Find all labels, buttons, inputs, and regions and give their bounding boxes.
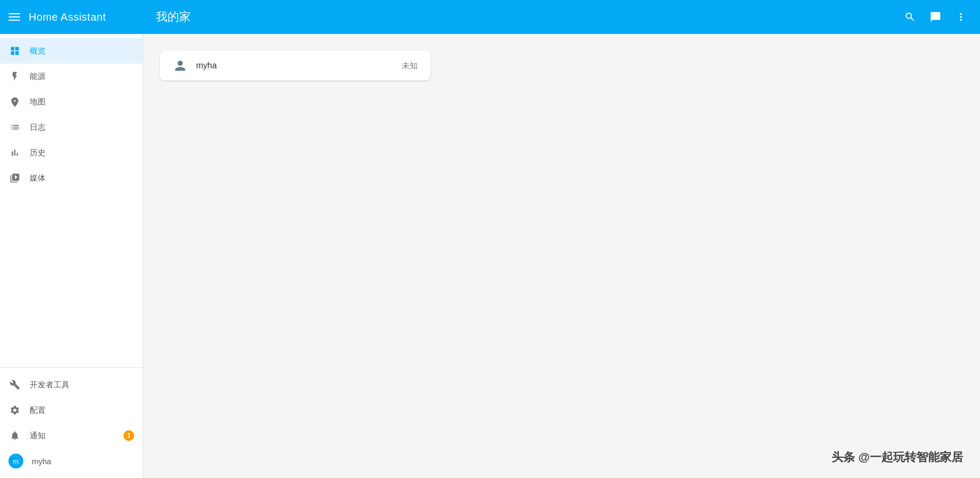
menu-toggle-button[interactable] <box>8 13 20 21</box>
sidebar-item-user[interactable]: m myha <box>0 448 143 474</box>
app-title: Home Assistant <box>29 11 106 23</box>
sidebar-nav: 概览 能源 地图 <box>0 34 143 363</box>
body: 概览 能源 地图 <box>0 34 980 478</box>
energy-icon <box>8 70 21 83</box>
more-vert-icon <box>955 11 967 23</box>
avatar: m <box>8 454 23 468</box>
person-status: 未知 <box>402 61 418 71</box>
header-main: 我的家 <box>143 0 980 34</box>
sidebar-item-media-label: 媒体 <box>30 173 46 183</box>
sidebar-item-media[interactable]: 媒体 <box>0 165 143 191</box>
list-icon <box>8 121 21 134</box>
sidebar-item-logbook-label: 日志 <box>30 122 46 132</box>
person-card[interactable]: myha 未知 <box>160 51 430 81</box>
media-icon <box>8 172 21 184</box>
header-actions <box>899 6 972 28</box>
sidebar-bottom: 开发者工具 配置 通知 1 <box>0 372 143 478</box>
sidebar-item-logbook[interactable]: 日志 <box>0 114 143 140</box>
search-icon <box>904 11 916 23</box>
main-content: myha 未知 <box>143 34 980 478</box>
person-icon <box>173 59 188 72</box>
person-name: myha <box>196 61 393 70</box>
sidebar: 概览 能源 地图 <box>0 34 143 478</box>
sidebar-item-overview-label: 概览 <box>30 46 46 56</box>
sidebar-divider <box>0 367 143 368</box>
sidebar-item-notifications[interactable]: 通知 1 <box>0 423 143 448</box>
map-icon <box>8 95 21 108</box>
bell-icon <box>8 429 21 442</box>
notification-badge: 1 <box>123 430 134 441</box>
sidebar-item-map[interactable]: 地图 <box>0 89 143 114</box>
header: Home Assistant 我的家 <box>0 0 980 34</box>
gear-icon <box>8 404 21 417</box>
search-button[interactable] <box>899 6 921 28</box>
chat-button[interactable] <box>925 6 946 28</box>
grid-icon <box>8 45 21 57</box>
sidebar-item-developer-label: 开发者工具 <box>30 380 69 390</box>
sidebar-item-developer[interactable]: 开发者工具 <box>0 372 143 397</box>
sidebar-item-overview[interactable]: 概览 <box>0 38 143 64</box>
sidebar-item-history[interactable]: 历史 <box>0 140 143 165</box>
bar-chart-icon <box>8 146 21 159</box>
more-button[interactable] <box>950 6 972 28</box>
sidebar-item-notifications-label: 通知 <box>30 431 46 441</box>
sidebar-item-energy[interactable]: 能源 <box>0 64 143 89</box>
page-title: 我的家 <box>156 9 191 25</box>
sidebar-item-history-label: 历史 <box>30 148 46 158</box>
sidebar-item-energy-label: 能源 <box>30 72 46 82</box>
sidebar-item-config[interactable]: 配置 <box>0 397 143 423</box>
sidebar-item-config-label: 配置 <box>30 405 46 415</box>
chat-icon <box>930 11 941 23</box>
sidebar-item-map-label: 地图 <box>30 97 46 107</box>
sidebar-item-user-label: myha <box>32 457 51 466</box>
wrench-icon <box>8 378 21 391</box>
header-left: Home Assistant <box>0 0 143 34</box>
